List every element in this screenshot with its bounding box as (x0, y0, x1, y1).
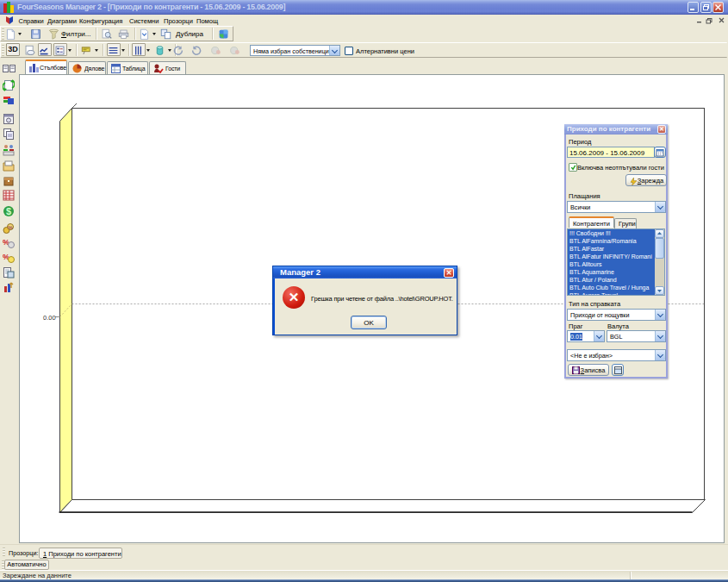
svg-text:%: % (8, 225, 13, 230)
svg-text:$: $ (6, 206, 11, 216)
